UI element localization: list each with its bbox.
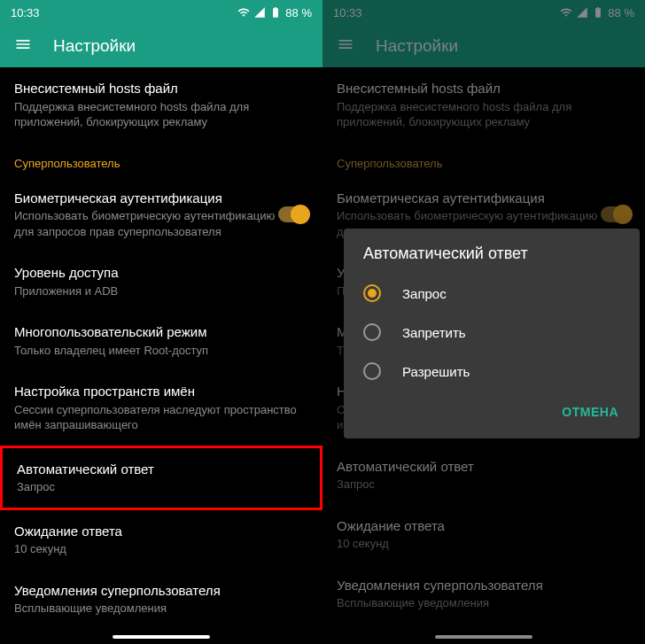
setting-sub: Использовать биометрическую аутентификац… <box>14 208 278 239</box>
radio-label: Запретить <box>402 325 466 340</box>
setting-sub: Всплывающие уведомления <box>337 595 631 611</box>
setting-sub: Всплывающие уведомления <box>14 601 308 617</box>
setting-timeout[interactable]: Ожидание ответа 10 секунд <box>0 510 322 570</box>
setting-title: Ожидание ответа <box>14 523 308 540</box>
status-icons: 88 % <box>560 6 634 19</box>
section-superuser: Суперпользователь <box>322 143 645 177</box>
status-bar: 10:33 88 % <box>322 0 645 25</box>
biometric-toggle[interactable] <box>278 206 308 222</box>
radio-option-allow[interactable]: Разрешить <box>344 352 640 391</box>
signal-icon <box>253 6 266 19</box>
section-superuser: Суперпользователь <box>0 143 322 177</box>
setting-sub: Только владелец имеет Root-доступ <box>14 343 308 359</box>
setting-sub: Запрос <box>337 477 631 493</box>
setting-sub: 10 секунд <box>14 541 308 557</box>
setting-sub: Поддержка внесистемного hosts файла для … <box>14 99 308 130</box>
setting-title: Ожидание ответа <box>337 517 631 535</box>
biometric-toggle <box>601 206 631 222</box>
status-time: 10:33 <box>333 6 362 19</box>
nav-bar[interactable] <box>435 635 532 639</box>
setting-title: Настройка пространств имён <box>14 383 308 400</box>
status-time: 10:33 <box>11 6 40 19</box>
setting-access[interactable]: Уровень доступа Приложения и ADB <box>0 252 322 311</box>
setting-timeout: Ожидание ответа 10 секунд <box>322 505 645 564</box>
wifi-icon <box>237 6 250 19</box>
radio-icon <box>363 362 381 380</box>
setting-sub: Запрос <box>17 479 306 495</box>
setting-hosts[interactable]: Внесистемный hosts файл Поддержка внесис… <box>0 67 322 143</box>
setting-namespace[interactable]: Настройка пространств имён Сессии суперп… <box>0 370 322 446</box>
battery-percent: 88 % <box>285 6 312 19</box>
setting-notifications[interactable]: Уведомления суперпользователя Всплывающи… <box>0 570 322 629</box>
auto-response-dialog: Автоматический ответ Запрос Запретить Ра… <box>344 229 640 438</box>
battery-icon <box>592 6 604 19</box>
radio-label: Разрешить <box>402 364 470 379</box>
setting-title: Уведомления суперпользователя <box>14 582 308 600</box>
nav-bar[interactable] <box>113 635 210 639</box>
dialog-title: Автоматический ответ <box>344 229 640 274</box>
app-bar: Настройки <box>322 25 645 67</box>
wifi-icon <box>560 6 572 19</box>
setting-title: Автоматический ответ <box>337 458 631 476</box>
menu-icon[interactable] <box>14 35 32 57</box>
setting-sub: 10 секунд <box>337 536 631 552</box>
radio-icon <box>363 284 381 302</box>
radio-option-prompt[interactable]: Запрос <box>344 274 640 313</box>
battery-percent: 88 % <box>608 6 634 19</box>
setting-sub: Приложения и ADB <box>14 283 308 299</box>
status-icons: 88 % <box>237 6 312 19</box>
setting-multiuser[interactable]: Многопользовательский режим Только владе… <box>0 311 322 370</box>
screen-left: 10:33 88 % Настройки Внесистемный hosts … <box>0 0 322 644</box>
setting-title: Уровень доступа <box>14 264 308 282</box>
page-title: Настройки <box>53 36 136 56</box>
setting-biometric[interactable]: Биометрическая аутентификация Использова… <box>0 177 322 252</box>
setting-title: Уведомления суперпользователя <box>337 577 631 594</box>
setting-hosts: Внесистемный hosts файл Поддержка внесис… <box>322 67 645 143</box>
setting-title: Биометрическая аутентификация <box>337 190 601 207</box>
app-bar: Настройки <box>0 25 322 67</box>
setting-title: Биометрическая аутентификация <box>14 190 278 207</box>
radio-option-deny[interactable]: Запретить <box>344 313 640 352</box>
status-bar: 10:33 88 % <box>0 0 322 25</box>
setting-sub: Сессии суперпользователя наследуют прост… <box>14 402 308 433</box>
setting-notifications: Уведомления суперпользователя Всплывающи… <box>322 564 645 624</box>
settings-list[interactable]: Внесистемный hosts файл Поддержка внесис… <box>0 67 322 644</box>
setting-auto-response: Автоматический ответ Запрос <box>322 446 645 505</box>
page-title: Настройки <box>376 36 458 56</box>
setting-title: Автоматический ответ <box>17 461 306 478</box>
screen-right: 10:33 88 % Настройки Внесистемный hosts … <box>322 0 645 644</box>
menu-icon <box>337 35 354 57</box>
battery-icon <box>269 6 282 19</box>
setting-title: Внесистемный hosts файл <box>337 80 631 97</box>
radio-label: Запрос <box>402 286 447 301</box>
signal-icon <box>576 6 588 19</box>
cancel-button[interactable]: ОТМЕНА <box>555 398 626 426</box>
setting-auto-response[interactable]: Автоматический ответ Запрос <box>0 446 322 510</box>
setting-sub: Поддержка внесистемного hosts файла для … <box>337 99 631 130</box>
radio-icon <box>363 323 381 341</box>
setting-title: Внесистемный hosts файл <box>14 80 308 97</box>
setting-title: Многопользовательский режим <box>14 323 308 341</box>
